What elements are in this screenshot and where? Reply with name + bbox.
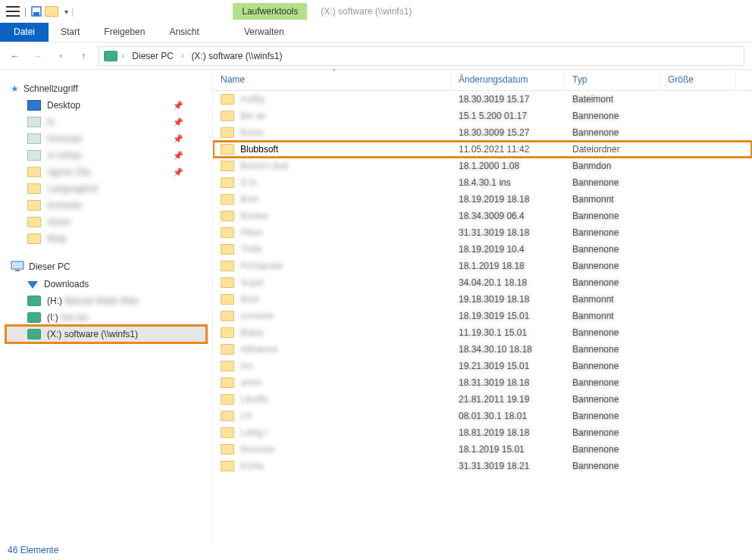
recent-dropdown-icon[interactable]: ▾	[53, 48, 68, 64]
nav-item[interactable]: (I:) bst ran	[6, 309, 206, 326]
file-rows: Aultity18.30.3019 15.17BateimontBei an15…	[213, 91, 752, 542]
file-type: Banmonnt	[572, 194, 668, 205]
forward-button[interactable]: →	[30, 48, 45, 64]
file-row[interactable]: Aultity18.30.3019 15.17Bateimont	[213, 91, 752, 108]
file-row[interactable]: D In18.4.30.1 insBannenone	[213, 174, 752, 191]
svg-rect-3	[15, 270, 20, 271]
folder-icon	[221, 344, 234, 355]
file-row[interactable]: Liboffic21.81.2011 19.19Bannenone	[213, 391, 752, 408]
file-row[interactable]: Borlot's Ball18.1.2000 1.08Banmdon	[213, 158, 752, 174]
system-menu-icon[interactable]	[6, 6, 20, 17]
file-row[interactable]: Mosnole18.1.2019 15.01Bannenone	[213, 441, 752, 458]
file-type: Bannenone	[572, 461, 668, 471]
tab-manage[interactable]: Verwalten	[232, 23, 296, 41]
file-name: Liboffic	[240, 394, 459, 405]
file-name: Boin	[240, 194, 459, 205]
folder-icon	[221, 144, 234, 155]
breadcrumb-segment[interactable]: Dieser PC	[129, 51, 177, 61]
column-type[interactable]: Typ	[565, 70, 660, 90]
file-row[interactable]: Booker18.34.3009 06.4Bannenone	[213, 208, 752, 224]
file-type: Bannenone	[572, 427, 668, 438]
file-row[interactable]: Lettig I18.81.2019 18.18Bannenone	[213, 424, 752, 441]
nav-item[interactable]: Innmoan📌	[6, 130, 206, 147]
file-type: Bannenone	[572, 344, 668, 355]
nav-item[interactable]: Innmoan	[6, 197, 206, 214]
qat-dropdown-icon[interactable]: ▾	[64, 8, 68, 16]
nav-item[interactable]: Amen	[6, 214, 206, 230]
file-row[interactable]: Blubbsoft11.05.2021 11:42Dateiordner	[213, 141, 752, 158]
navigation-pane: ★ Schnellzugriff Desktop📌In📌Innmoan📌m ve…	[0, 70, 212, 542]
nav-item[interactable]: Languogend	[6, 180, 206, 197]
folder-icon	[221, 311, 234, 321]
nav-item[interactable]: Moly	[6, 230, 206, 247]
folder-icon	[27, 217, 41, 227]
tab-view[interactable]: Ansicht	[157, 23, 211, 42]
file-row[interactable]: Pliton31.31.3019 18.18Bannenone	[213, 224, 752, 241]
file-row[interactable]: Inn19.21.3019 15.01Bannenone	[213, 358, 752, 374]
file-name: Blatia	[240, 327, 459, 338]
nav-item-label: (X:) software (\\winfs1)	[47, 329, 138, 339]
file-row[interactable]: LH08.01.30.1 18.01Bannenone	[213, 408, 752, 424]
column-name[interactable]: Name	[213, 70, 451, 90]
folder-icon	[221, 411, 234, 421]
folder-icon	[221, 194, 234, 205]
separator: |	[71, 6, 74, 17]
file-row[interactable]: Bei an15.1 5.200 01.17Bannenone	[213, 108, 752, 124]
file-row[interactable]: Blatia11.19.30.1 15.01Bannenone	[213, 324, 752, 341]
svg-rect-2	[11, 261, 24, 269]
tab-start[interactable]: Start	[49, 23, 92, 42]
nav-item-label: Amen	[47, 217, 70, 227]
nav-item[interactable]: Desktop📌	[6, 97, 206, 114]
nav-item-label: Downloads	[44, 279, 89, 289]
file-row[interactable]: Bonto18.30.3009 15.27Bannenone	[213, 124, 752, 141]
status-bar: 46 Elemente	[0, 542, 752, 560]
file-row[interactable]: Thille18.19.2019 10.4Bannenone	[213, 241, 752, 258]
nav-item[interactable]: ngone 20a📌	[6, 164, 206, 180]
file-row[interactable]: Boin18.19.2019 18.18Banmonnt	[213, 191, 752, 208]
file-row[interactable]: onnome18.19.3019 15.01Banmonnt	[213, 308, 752, 324]
navbar: ← → ▾ ↑ › Dieser PC › (X:) software (\\w…	[0, 42, 752, 70]
file-name: Pichtandel	[240, 261, 459, 271]
folder-icon	[221, 177, 234, 188]
file-type: Bannenone	[572, 227, 668, 238]
tab-share[interactable]: Freigeben	[92, 23, 157, 42]
file-name: Blubbsoft	[240, 144, 459, 155]
save-icon[interactable]	[31, 6, 42, 17]
file-name: Bonto	[240, 127, 459, 138]
quick-access-label: Schnellzugriff	[24, 83, 78, 94]
chevron-right-icon[interactable]: ›	[122, 52, 124, 60]
address-bar[interactable]: › Dieser PC › (X:) software (\\winfs1)	[99, 46, 744, 66]
quick-access-header[interactable]: ★ Schnellzugriff	[6, 80, 206, 97]
this-pc-header[interactable]: Dieser PC	[6, 258, 206, 276]
explorer-body: ★ Schnellzugriff Desktop📌In📌Innmoan📌m ve…	[0, 70, 752, 542]
drive-icon	[27, 312, 41, 323]
drive-icon	[27, 329, 41, 339]
file-type: Bannenone	[572, 244, 668, 255]
pin-icon: 📌	[173, 151, 183, 161]
file-name: Thille	[240, 244, 459, 255]
breadcrumb-segment[interactable]: (X:) software (\\winfs1)	[188, 51, 285, 61]
file-row[interactable]: when18.31.3019 18.18Bannenone	[213, 374, 752, 391]
back-button[interactable]: ←	[8, 48, 23, 64]
nav-item[interactable]: In📌	[6, 114, 206, 130]
nav-item[interactable]: Downloads	[6, 276, 206, 293]
file-row[interactable]: Bold19.18.3019 18.18Banmonnt	[213, 291, 752, 308]
nav-item[interactable]: (H:) Bannet Matts Wan	[6, 293, 206, 309]
column-date[interactable]: Änderungsdatum	[451, 70, 565, 90]
tab-file[interactable]: Datei	[0, 23, 49, 42]
file-row[interactable]: Super34.04.20.1 18.18Bannenone	[213, 274, 752, 291]
file-date: 18.4.30.1 ins	[459, 177, 572, 188]
nav-item[interactable]: (X:) software (\\winfs1)	[6, 326, 206, 343]
file-date: 18.30.3019 15.17	[459, 94, 572, 105]
column-size[interactable]: Größe	[660, 70, 736, 90]
file-row[interactable]: Allibanne18.34.30.10 18.18Bannenone	[213, 341, 752, 358]
nav-item[interactable]: m verlau📌	[6, 147, 206, 164]
nav-item-label: (H:) Bannet Matts Wan	[47, 296, 139, 306]
file-name: when	[240, 377, 459, 388]
file-row[interactable]: Pichtandel18.1.2019 18.18Bannenone	[213, 258, 752, 274]
quick-access-group: ★ Schnellzugriff Desktop📌In📌Innmoan📌m ve…	[6, 80, 206, 247]
chevron-right-icon[interactable]: ›	[181, 52, 183, 60]
up-button[interactable]: ↑	[76, 48, 91, 64]
file-row[interactable]: Kohla31.31.3019 18.21Bannenone	[213, 458, 752, 474]
drive-icon	[27, 296, 41, 306]
